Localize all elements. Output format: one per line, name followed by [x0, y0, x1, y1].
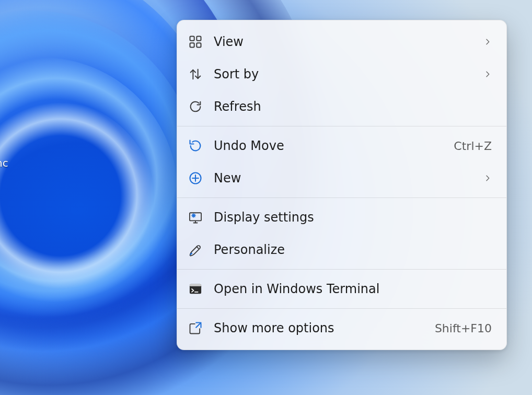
view-grid-icon	[188, 34, 203, 50]
menu-label: Undo Move	[214, 138, 445, 153]
menu-item-sort-by[interactable]: Sort by	[177, 58, 506, 90]
chevron-right-icon	[483, 174, 492, 182]
menu-label: Display settings	[214, 210, 492, 225]
menu-item-show-more-options[interactable]: Show more options Shift+F10	[177, 312, 506, 344]
plus-circle-icon	[188, 170, 203, 186]
menu-item-new[interactable]: New	[177, 162, 506, 194]
display-settings-icon	[188, 210, 203, 225]
refresh-icon	[188, 99, 203, 114]
menu-shortcut: Ctrl+Z	[454, 140, 492, 153]
show-more-icon	[188, 320, 203, 336]
svg-rect-0	[190, 37, 194, 41]
menu-separator	[177, 269, 506, 270]
menu-label: Personalize	[214, 242, 492, 257]
menu-separator	[177, 197, 506, 198]
desktop-background[interactable]: nc View Sort by	[0, 0, 532, 395]
svg-rect-13	[190, 286, 201, 287]
menu-item-open-terminal[interactable]: Open in Windows Terminal	[177, 273, 506, 305]
menu-label: View	[214, 34, 483, 49]
svg-rect-2	[190, 43, 194, 47]
svg-rect-1	[196, 37, 201, 41]
menu-shortcut: Shift+F10	[435, 322, 492, 335]
svg-rect-3	[196, 43, 201, 47]
menu-label: Sort by	[214, 67, 483, 82]
menu-item-view[interactable]: View	[177, 26, 506, 58]
menu-item-refresh[interactable]: Refresh	[177, 90, 506, 123]
menu-label: New	[214, 171, 483, 185]
menu-separator	[177, 308, 506, 309]
svg-rect-7	[190, 213, 201, 220]
desktop-icon-label-partial: nc	[0, 157, 8, 169]
undo-icon	[188, 138, 203, 154]
menu-item-display-settings[interactable]: Display settings	[177, 201, 506, 234]
menu-label: Show more options	[214, 321, 426, 335]
terminal-icon	[188, 281, 203, 297]
personalize-icon	[188, 242, 203, 258]
menu-item-personalize[interactable]: Personalize	[177, 234, 506, 266]
menu-separator	[177, 126, 506, 126]
menu-label: Open in Windows Terminal	[214, 282, 492, 296]
chevron-right-icon	[483, 70, 492, 78]
desktop-context-menu: View Sort by	[177, 20, 507, 350]
menu-item-undo-move[interactable]: Undo Move Ctrl+Z	[177, 130, 506, 162]
sort-icon	[188, 66, 203, 82]
menu-label: Refresh	[214, 99, 492, 114]
chevron-right-icon	[483, 38, 492, 46]
